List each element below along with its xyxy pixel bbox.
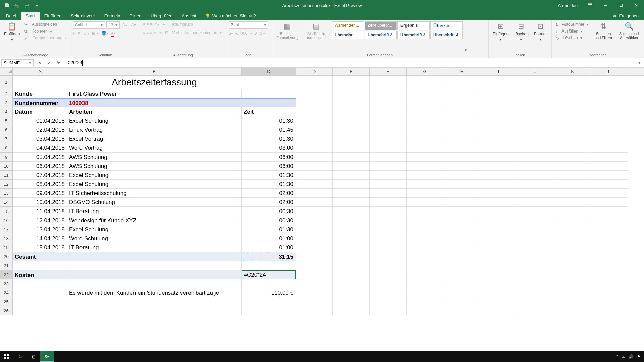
cell[interactable] xyxy=(296,306,333,315)
cell[interactable] xyxy=(333,153,370,162)
cell[interactable] xyxy=(333,216,370,225)
cell[interactable] xyxy=(554,116,591,125)
cell[interactable] xyxy=(443,243,480,252)
taskview-button[interactable]: ⊞ xyxy=(27,351,40,362)
format-painter-button[interactable]: 🖌 Format übertragen xyxy=(23,35,67,41)
note-text[interactable]: Es wurde mit dem Kunden ein Stundensatz … xyxy=(67,288,241,297)
cell[interactable] xyxy=(443,288,480,297)
cell[interactable] xyxy=(13,288,67,297)
cell[interactable] xyxy=(517,180,554,189)
fill-button[interactable]: ↓ Ausfüllen ▾ xyxy=(554,28,590,34)
cut-button[interactable]: ✂ Ausschneiden xyxy=(23,21,67,27)
knr-value[interactable]: 100938 xyxy=(67,98,241,107)
cell[interactable] xyxy=(480,125,517,134)
font-color-button[interactable]: A▾ xyxy=(111,31,116,36)
cell[interactable] xyxy=(241,89,296,98)
cell[interactable] xyxy=(591,198,628,207)
cell-datum[interactable]: 06.04.2018 xyxy=(13,162,67,171)
copy-button[interactable]: ⧉ Kopieren ▾ xyxy=(23,28,67,34)
cell[interactable] xyxy=(370,98,407,107)
cell[interactable] xyxy=(370,171,407,180)
cell[interactable] xyxy=(591,234,628,243)
cell[interactable] xyxy=(554,76,591,89)
cell[interactable] xyxy=(591,134,628,143)
row-header[interactable]: 12 xyxy=(0,180,13,189)
cell[interactable] xyxy=(407,107,443,116)
cell[interactable] xyxy=(333,297,370,306)
tab-view[interactable]: Ansicht xyxy=(177,12,201,20)
expand-formula-button[interactable]: ▾ xyxy=(635,60,644,65)
row-header[interactable]: 23 xyxy=(0,279,13,288)
cell[interactable] xyxy=(370,107,407,116)
cell-arbeiten[interactable]: AWS Schulung xyxy=(67,162,241,171)
cell[interactable] xyxy=(554,234,591,243)
cell[interactable] xyxy=(443,261,480,270)
formula-input[interactable]: =C20*24 xyxy=(63,59,635,66)
merge-button[interactable]: ⊟ Verbinden und zentrieren ▾ xyxy=(164,29,223,36)
paste-button[interactable]: 📋 Einfügen ▾ xyxy=(3,21,21,42)
cell[interactable] xyxy=(407,125,443,134)
align-right-button[interactable]: ≡ xyxy=(150,30,152,35)
row-header[interactable]: 13 xyxy=(0,189,13,198)
decrease-font-button[interactable]: A▾ xyxy=(130,21,137,29)
cell[interactable] xyxy=(296,153,333,162)
cell[interactable] xyxy=(296,89,333,98)
cell[interactable] xyxy=(480,107,517,116)
percent-button[interactable]: % xyxy=(235,31,239,36)
cell[interactable] xyxy=(296,216,333,225)
cell[interactable] xyxy=(480,297,517,306)
cell[interactable] xyxy=(67,306,241,315)
row-header[interactable]: 4 xyxy=(0,107,13,116)
style-check[interactable]: Zelle überpr... xyxy=(365,21,397,30)
cell[interactable] xyxy=(480,216,517,225)
cell[interactable] xyxy=(591,125,628,134)
cell-zeit[interactable]: 00:30 xyxy=(241,216,296,225)
cell[interactable] xyxy=(517,216,554,225)
align-center-button[interactable]: ≡ xyxy=(146,30,149,35)
cell[interactable] xyxy=(333,270,370,279)
cell[interactable] xyxy=(407,243,443,252)
header-datum[interactable]: Datum xyxy=(13,107,67,116)
cell-arbeiten[interactable]: Excel Vortrag xyxy=(67,134,241,143)
cell[interactable] xyxy=(480,98,517,107)
cell[interactable] xyxy=(13,261,67,270)
cell[interactable] xyxy=(407,261,443,270)
cell[interactable] xyxy=(591,98,628,107)
cell[interactable] xyxy=(443,279,480,288)
maximize-button[interactable]: ☐ xyxy=(613,0,629,11)
cell[interactable] xyxy=(480,252,517,261)
cell[interactable] xyxy=(517,143,554,153)
cell[interactable] xyxy=(517,252,554,261)
cell[interactable] xyxy=(67,297,241,306)
cell[interactable] xyxy=(591,216,628,225)
cell-zeit[interactable]: 01:30 xyxy=(241,134,296,143)
qat-customize[interactable]: ▾ xyxy=(33,1,41,9)
cell[interactable] xyxy=(333,76,370,89)
cell[interactable] xyxy=(296,98,333,107)
cell[interactable] xyxy=(407,198,443,207)
cell[interactable] xyxy=(517,198,554,207)
cell-arbeiten[interactable]: IT Beratung xyxy=(67,207,241,216)
cell[interactable] xyxy=(370,279,407,288)
cell[interactable] xyxy=(517,162,554,171)
cell[interactable] xyxy=(370,116,407,125)
cell[interactable] xyxy=(443,162,480,171)
tab-file[interactable]: Datei xyxy=(1,12,21,20)
cell[interactable] xyxy=(517,297,554,306)
cell[interactable] xyxy=(517,107,554,116)
comma-button[interactable]: 000 xyxy=(240,31,247,36)
cell[interactable] xyxy=(443,180,480,189)
cell[interactable] xyxy=(370,189,407,198)
cell[interactable] xyxy=(480,116,517,125)
cell[interactable] xyxy=(370,76,407,89)
cell-datum[interactable]: 09.04.2018 xyxy=(13,189,67,198)
cell[interactable] xyxy=(407,279,443,288)
cell[interactable] xyxy=(370,225,407,234)
cell[interactable] xyxy=(13,297,67,306)
spreadsheet-grid[interactable]: A B C D E F G H I J K L 1Arbeitszeiterfa… xyxy=(0,68,644,362)
cell-arbeiten[interactable]: Word Vortrag xyxy=(67,143,241,153)
tab-data[interactable]: Daten xyxy=(125,12,146,20)
cell-arbeiten[interactable]: Linux Vortrag xyxy=(67,125,241,134)
cell[interactable] xyxy=(443,270,480,279)
cell[interactable] xyxy=(67,252,241,261)
